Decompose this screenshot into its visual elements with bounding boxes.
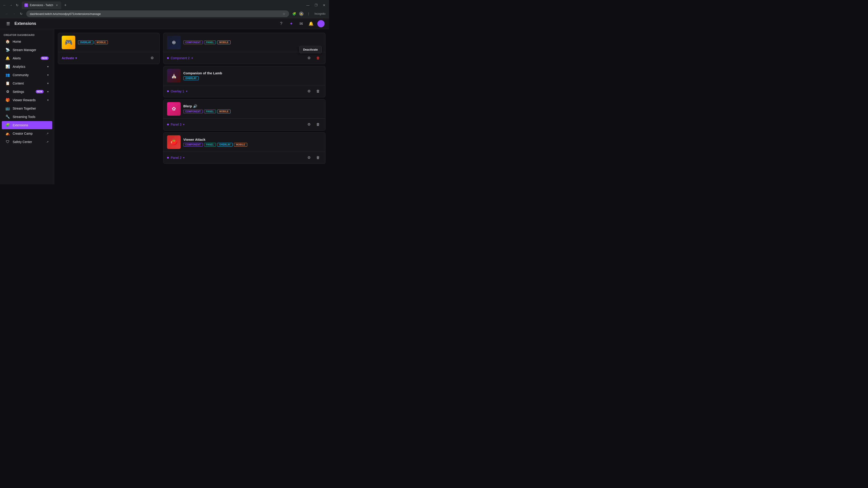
card4-delete-button[interactable]: 🗑: [314, 154, 322, 161]
sidebar-item-analytics[interactable]: 📊 Analytics ▾: [2, 63, 52, 71]
menu-dots-button[interactable]: ⋮: [305, 11, 312, 17]
user-avatar-button[interactable]: [317, 20, 324, 27]
card2-slot-chevron-icon[interactable]: ▾: [186, 90, 187, 93]
card1-slot-name[interactable]: Component 2: [170, 56, 190, 60]
card4-slot-name[interactable]: Panel 2: [170, 156, 181, 160]
card2-settings-button[interactable]: ⚙: [305, 88, 313, 95]
sidebar-item-stream-manager-label: Stream Manager: [13, 48, 49, 52]
nav-back-button[interactable]: ←: [4, 11, 10, 17]
activate-button[interactable]: Activate ▾: [62, 55, 77, 61]
extensions-icon: 🧩: [5, 123, 10, 127]
partial-card-top: 🎮 OVERLAY MOBILE: [58, 33, 159, 52]
card1-delete-button[interactable]: 🗑: [314, 55, 322, 62]
extension-card-3: ✿ Blerp 🔊 COMPONENT PANEL MOBILE: [163, 99, 326, 131]
card1-slot-chevron-icon[interactable]: ▾: [191, 57, 193, 60]
sidebar-item-viewer-rewards[interactable]: 🎁 Viewer Rewards ▾: [2, 96, 52, 104]
reload-button[interactable]: ↻: [14, 2, 20, 8]
nav-controls: ← → ↻: [4, 11, 24, 17]
card1-status-dot: [167, 57, 169, 59]
card2-delete-button[interactable]: 🗑: [314, 88, 322, 95]
sidebar-item-home[interactable]: 🏠 Home: [2, 37, 52, 46]
minimize-button[interactable]: —: [305, 2, 311, 8]
card3-settings-button[interactable]: ⚙: [305, 121, 313, 128]
profile-button[interactable]: 🕵: [298, 11, 305, 17]
sidebar-item-settings[interactable]: ⚙ Settings NEW ▾: [2, 88, 52, 96]
tag-panel-1: PANEL: [204, 40, 216, 44]
address-bar: ← → ↻ dashboard.twitch.tv/u/moodjoy071/e…: [0, 9, 329, 19]
sidebar-item-alerts-label: Alerts: [13, 57, 38, 60]
back-button[interactable]: ←: [2, 2, 7, 8]
menu-toggle-button[interactable]: ☰: [4, 20, 12, 27]
url-bar[interactable]: dashboard.twitch.tv/u/moodjoy071/extensi…: [26, 10, 289, 17]
sidebar-item-creator-camp[interactable]: ⛺ Creator Camp ↗: [2, 129, 52, 138]
sidebar-item-safety-center[interactable]: 🛡 Safety Center ↗: [2, 138, 52, 146]
card2-slot-name[interactable]: Overlay 1: [170, 90, 184, 93]
sidebar-item-extensions-label: Extensions: [13, 123, 49, 127]
close-button[interactable]: ✕: [321, 2, 327, 8]
stream-together-icon: 📺: [5, 106, 10, 111]
top-bar: ☰ Extensions ? ✦ ✉ 🔔: [0, 19, 329, 29]
nav-reload-button[interactable]: ↻: [18, 11, 24, 17]
tag-mobile-3: MOBILE: [217, 109, 230, 113]
app-layout: CREATOR DASHBOARD 🏠 Home 📡 Stream Manage…: [0, 29, 329, 184]
tab-bar: ← → ↻ T Extensions - Twitch ✕ + — ❐ ✕: [0, 0, 329, 9]
tag-panel-3: PANEL: [204, 109, 216, 113]
analytics-icon: 📊: [5, 64, 10, 69]
tag-component-4: COMPONENT: [183, 143, 203, 147]
sidebar-item-settings-label: Settings: [13, 90, 33, 94]
sidebar-item-stream-manager[interactable]: 📡 Stream Manager: [2, 46, 52, 54]
tag-overlay: OVERLAY: [78, 40, 93, 44]
nav-forward-button[interactable]: →: [11, 11, 17, 17]
alerts-new-badge: NEW: [41, 57, 49, 60]
window-controls: — ❐ ✕: [305, 2, 327, 8]
help-icon-button[interactable]: ?: [278, 20, 285, 27]
card2-top: ⛪ Companion of the Lamb OVERLAY: [163, 66, 325, 85]
restore-button[interactable]: ❐: [313, 2, 319, 8]
extension-card-4: 🍅 Viewer Attack COMPONENT PANEL OVERLAY …: [163, 132, 326, 164]
card1-thumbnail: ⊕: [167, 36, 181, 49]
card1-bottom: Component 2 ▾ Deactivate ⚙ 🗑: [163, 52, 325, 64]
forward-button[interactable]: →: [8, 2, 13, 8]
card2-tags: OVERLAY: [183, 76, 322, 80]
tab-close-button[interactable]: ✕: [55, 3, 59, 7]
active-tab[interactable]: T Extensions - Twitch ✕: [22, 1, 61, 9]
safety-center-external-icon: ↗: [46, 140, 49, 143]
card4-slot-chevron-icon[interactable]: ▾: [183, 156, 184, 159]
sidebar-item-alerts[interactable]: 🔔 Alerts NEW: [2, 54, 52, 62]
sidebar-section-label: CREATOR DASHBOARD: [0, 31, 54, 37]
sidebar-item-extensions[interactable]: 🧩 Extensions: [2, 121, 52, 129]
new-tab-button[interactable]: +: [62, 2, 68, 8]
card3-slot-chevron-icon[interactable]: ▾: [183, 123, 184, 126]
sidebar-item-streaming-tools[interactable]: 🔧 Streaming Tools: [2, 113, 52, 121]
card3-slot-name[interactable]: Panel 3: [170, 123, 181, 126]
card2-name: Companion of the Lamb: [183, 71, 322, 75]
card4-top: 🍅 Viewer Attack COMPONENT PANEL OVERLAY …: [163, 133, 325, 152]
card3-delete-button[interactable]: 🗑: [314, 121, 322, 128]
content-icon: 📋: [5, 81, 10, 86]
community-icon: 👥: [5, 73, 10, 77]
tag-component-3: COMPONENT: [183, 109, 203, 113]
tab-title: Extensions - Twitch: [30, 4, 53, 7]
incognito-icon: 🕵: [299, 11, 304, 16]
partial-settings-button[interactable]: ⚙: [149, 55, 156, 62]
deactivate-tooltip: Deactivate: [299, 46, 322, 53]
card2-bottom: Overlay 1 ▾ ⚙ 🗑: [163, 85, 325, 97]
analytics-chevron-icon: ▾: [47, 65, 49, 68]
alerts-icon: 🔔: [5, 56, 10, 61]
sidebar-item-stream-together[interactable]: 📺 Stream Together: [2, 104, 52, 112]
tag-panel-4: PANEL: [204, 143, 216, 147]
partial-card-actions: ⚙: [149, 55, 156, 62]
sidebar-item-content[interactable]: 📋 Content ▾: [2, 79, 52, 88]
card1-settings-button[interactable]: ⚙: [305, 55, 313, 62]
extensions-button[interactable]: 🧩: [291, 11, 297, 17]
card3-actions: ⚙ 🗑: [305, 121, 322, 128]
notifications-button[interactable]: ✉: [298, 20, 305, 27]
card3-info: Blerp 🔊 COMPONENT PANEL MOBILE: [183, 104, 322, 113]
tag-overlay-2: OVERLAY: [183, 76, 199, 80]
twitch-gift-button[interactable]: ✦: [287, 20, 295, 27]
inbox-button[interactable]: 🔔: [307, 20, 315, 27]
card4-settings-button[interactable]: ⚙: [305, 154, 313, 161]
browser-actions: 🧩 🕵 ⋮: [291, 11, 312, 17]
sidebar-item-community[interactable]: 👥 Community ▾: [2, 71, 52, 79]
card3-name: Blerp 🔊: [183, 104, 322, 108]
